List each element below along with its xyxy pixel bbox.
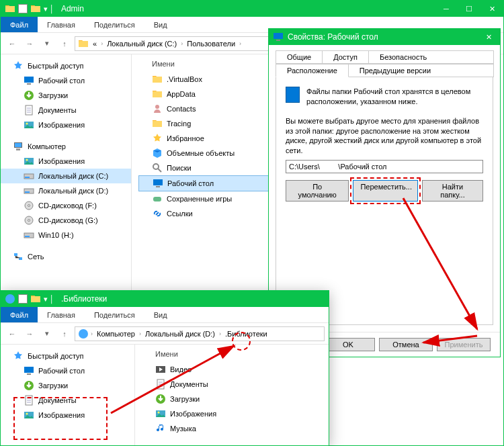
sidebar-item-drive-c[interactable]: Локальный диск (C:) — [1, 169, 131, 183]
nav-back-button[interactable]: ← — [5, 326, 19, 341]
ribbon-tab-home[interactable]: Главная — [38, 307, 85, 322]
chevron-right-icon[interactable]: › — [219, 330, 221, 337]
crumb[interactable]: .Библиотеки — [223, 328, 269, 339]
chevron-right-icon[interactable]: › — [139, 330, 141, 337]
sidebar-quick-access[interactable]: Быстрый доступ — [1, 349, 134, 363]
sidebar-item-cd-g[interactable]: CD-дисковод (G:) — [1, 213, 131, 228]
sidebar-quick-access[interactable]: Быстрый доступ — [1, 58, 131, 73]
tab-prev-versions[interactable]: Предыдущие версии — [348, 64, 494, 77]
qat-folder-icon[interactable] — [30, 294, 41, 304]
sidebar-item-pictures[interactable]: Изображения — [1, 408, 134, 422]
tab-access[interactable]: Доступ — [322, 50, 369, 64]
folder-item[interactable]: Документы — [142, 377, 322, 392]
sidebar-item-cd-f[interactable]: CD-дисковод (F:) — [1, 198, 131, 213]
ribbon-tab-share[interactable]: Поделиться — [85, 307, 144, 322]
folder-item[interactable]: Видео — [142, 362, 322, 377]
minimize-button[interactable]: ─ — [435, 1, 458, 17]
document-icon — [155, 379, 166, 390]
ribbon-tab-view[interactable]: Вид — [144, 17, 177, 32]
sidebar-network[interactable]: Сеть — [1, 249, 131, 264]
crumb[interactable]: Пользователи — [185, 38, 237, 49]
label: Изображения — [38, 157, 85, 165]
chevron-right-icon[interactable]: › — [181, 40, 183, 47]
label: Рабочий стол — [167, 179, 214, 187]
computer-icon — [13, 141, 24, 152]
label: Win10 (H:) — [38, 231, 74, 239]
document-icon — [24, 395, 34, 406]
nav-up-button[interactable]: ↑ — [57, 326, 72, 341]
folder-item[interactable]: Загрузки — [142, 392, 322, 406]
video-icon — [155, 364, 166, 375]
move-button[interactable]: Переместить... — [353, 180, 418, 202]
chevron-right-icon[interactable]: › — [239, 40, 241, 47]
sidebar-item-drive-d[interactable]: Локальный диск (D:) — [1, 183, 131, 198]
folder-icon — [152, 74, 163, 85]
qat-folder-icon[interactable] — [30, 3, 41, 14]
sidebar-item-downloads[interactable]: Загрузки — [1, 378, 134, 393]
sidebar-item-desktop[interactable]: Рабочий стол — [1, 363, 134, 378]
chevron-right-icon[interactable]: › — [91, 330, 93, 337]
ribbon-tab-file[interactable]: Файл — [1, 17, 38, 32]
crumb[interactable]: Локальный диск (C:) — [105, 38, 179, 49]
find-folder-button[interactable]: Найти папку... — [422, 180, 483, 202]
maximize-button[interactable]: ☐ — [458, 1, 480, 17]
sidebar-item-pictures[interactable]: Изображения — [1, 118, 131, 132]
location-path-input[interactable] — [286, 160, 483, 173]
nav-up-button[interactable]: ↑ — [57, 36, 72, 51]
network-icon — [13, 251, 24, 262]
chevron-right-icon[interactable]: › — [101, 40, 103, 47]
ribbon-tab-share[interactable]: Поделиться — [85, 17, 144, 32]
tab-row-1: Общие Доступ Безопасность — [269, 45, 500, 64]
apply-button[interactable]: Применить — [437, 338, 491, 351]
desktop-icon — [153, 178, 163, 189]
ribbon-tab-home[interactable]: Главная — [38, 17, 85, 32]
label: AppData — [167, 90, 196, 98]
close-button[interactable]: ✕ — [480, 1, 503, 17]
sidebar-computer[interactable]: Компьютер — [1, 139, 131, 154]
qat-checkbox-icon[interactable]: ✓ — [18, 4, 28, 13]
tab-general[interactable]: Общие — [276, 50, 323, 64]
label: Загрузки — [170, 395, 200, 403]
ok-button[interactable]: OK — [321, 338, 375, 351]
address-bar[interactable]: › Компьютер › Локальный диск (D:) › .Биб… — [75, 326, 325, 341]
label: CD-дисковод (F:) — [38, 202, 97, 210]
folder-item[interactable]: Музыка — [142, 421, 322, 436]
crumb[interactable]: « — [91, 38, 99, 49]
folder-icon — [152, 118, 163, 129]
close-button[interactable]: ✕ — [477, 29, 500, 45]
nav-forward-button[interactable]: → — [22, 326, 37, 341]
nav-history-button[interactable]: ▾ — [40, 36, 54, 51]
drive-icon — [24, 171, 34, 181]
sidebar-item-drive-h[interactable]: Win10 (H:) — [1, 228, 131, 242]
cancel-button[interactable]: Отмена — [379, 338, 433, 351]
music-icon — [155, 423, 166, 434]
label: Поиски — [167, 164, 192, 172]
folder-item[interactable]: Изображения — [142, 406, 322, 421]
nav-bar: ← → ▾ ↑ › Компьютер › Локальный диск (D:… — [1, 323, 329, 345]
download-icon — [155, 394, 166, 404]
nav-back-button[interactable]: ← — [5, 36, 19, 51]
sidebar-item-downloads[interactable]: Загрузки — [1, 88, 131, 103]
picture-icon — [24, 156, 34, 167]
nav-history-button[interactable]: ▾ — [40, 326, 54, 341]
tab-location[interactable]: Расположение — [276, 64, 349, 77]
sidebar-item-documents[interactable]: Документы — [1, 393, 134, 408]
sidebar-item-desktop[interactable]: Рабочий стол — [1, 73, 131, 88]
star-icon — [152, 133, 163, 144]
ribbon-tab-view[interactable]: Вид — [144, 307, 177, 322]
ribbon: Файл Главная Поделиться Вид — [1, 307, 329, 323]
column-header-name[interactable]: Имени — [155, 350, 322, 358]
titlebar: ✓ ▾ │ Admin ─ ☐ ✕ — [1, 1, 503, 17]
crumb[interactable]: Локальный диск (D:) — [143, 328, 217, 339]
label: Быстрый доступ — [28, 62, 84, 70]
sidebar-item-pictures[interactable]: Изображения — [1, 154, 131, 169]
crumb[interactable]: Компьютер — [95, 328, 137, 339]
restore-default-button[interactable]: По умолчанию — [286, 180, 349, 202]
qat-checkbox-icon[interactable]: ✓ — [18, 294, 28, 304]
cd-icon — [24, 200, 34, 211]
tab-security[interactable]: Безопасность — [368, 50, 494, 64]
sidebar-item-documents[interactable]: Документы — [1, 103, 131, 118]
nav-forward-button[interactable]: → — [22, 36, 37, 51]
app-icon — [5, 294, 15, 304]
ribbon-tab-file[interactable]: Файл — [1, 307, 38, 322]
